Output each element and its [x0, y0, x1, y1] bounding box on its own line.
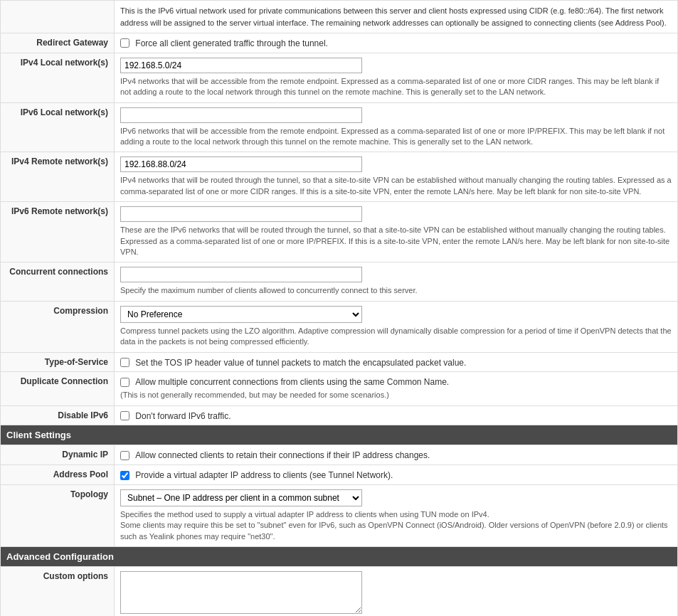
ipv6-remote-label: IPv6 Remote network(s) — [1, 202, 115, 262]
custom-options-label: Custom options — [1, 567, 115, 616]
ipv6-remote-desc: These are the IPv6 networks that will be… — [120, 225, 672, 257]
ipv4-local-input[interactable] — [120, 58, 362, 73]
ipv4-remote-label: IPv4 Remote network(s) — [1, 152, 115, 202]
concurrent-content: Specify the maximum number of clients al… — [115, 262, 678, 301]
disable-ipv6-checkbox-text: Don't forward IPv6 traffic. — [135, 410, 231, 420]
dynamic-ip-label: Dynamic IP — [1, 445, 115, 465]
compression-label: Compression — [1, 301, 115, 352]
dynamic-ip-checkbox-label[interactable]: Allow connected clients to retain their … — [120, 450, 430, 460]
top-description: This is the IPv6 virtual network used fo… — [115, 1, 678, 33]
duplicate-connection-content: Allow multiple concurrent connections fr… — [115, 372, 678, 405]
row-concurrent: Concurrent connections Specify the maxim… — [1, 262, 678, 301]
client-settings-header: Client Settings — [1, 425, 678, 445]
type-of-service-checkbox-text: Set the TOS IP header value of tunnel pa… — [135, 357, 466, 367]
duplicate-connection-label: Duplicate Connection — [1, 372, 115, 405]
concurrent-label: Concurrent connections — [1, 262, 115, 301]
dynamic-ip-checkbox-text: Allow connected clients to retain their … — [135, 450, 430, 460]
address-pool-checkbox-text: Provide a virtual adapter IP address to … — [135, 470, 393, 480]
row-disable-ipv6: Disable IPv6 Don't forward IPv6 traffic. — [1, 405, 678, 425]
address-pool-checkbox[interactable] — [120, 471, 129, 480]
row-compression: Compression No Preference Enabled with A… — [1, 301, 678, 352]
row-ipv4-local: IPv4 Local network(s) IPv4 networks that… — [1, 53, 678, 102]
disable-ipv6-checkbox-label[interactable]: Don't forward IPv6 traffic. — [120, 410, 231, 420]
duplicate-connection-checkbox[interactable] — [120, 378, 129, 387]
topology-desc: Specifies the method used to supply a vi… — [120, 509, 672, 542]
address-pool-label: Address Pool — [1, 465, 115, 485]
advanced-config-header: Advanced Configuration — [1, 547, 678, 567]
redirect-gateway-label: Redirect Gateway — [1, 33, 115, 53]
ipv6-local-input[interactable] — [120, 107, 362, 123]
row-custom-options: Custom options — [1, 567, 678, 616]
row-topology: Topology Subnet – One IP address per cli… — [1, 485, 678, 547]
ipv6-local-label: IPv6 Local network(s) — [1, 102, 115, 152]
row-ipv6-remote: IPv6 Remote network(s) These are the IPv… — [1, 202, 678, 262]
redirect-gateway-content: Force all client generated traffic throu… — [115, 33, 678, 53]
redirect-gateway-checkbox-text: Force all client generated traffic throu… — [135, 38, 328, 48]
top-description-row: This is the IPv6 virtual network used fo… — [1, 1, 678, 33]
topology-label: Topology — [1, 485, 115, 547]
row-ipv4-remote: IPv4 Remote network(s) IPv4 networks tha… — [1, 152, 678, 202]
row-dynamic-ip: Dynamic IP Allow connected clients to re… — [1, 445, 678, 465]
custom-options-content — [115, 567, 678, 616]
disable-ipv6-label: Disable IPv6 — [1, 405, 115, 425]
type-of-service-content: Set the TOS IP header value of tunnel pa… — [115, 352, 678, 372]
ipv4-remote-input[interactable] — [120, 156, 362, 172]
top-label-cell — [1, 1, 115, 33]
duplicate-connection-subtext: (This is not generally recommended, but … — [120, 390, 672, 400]
topology-content: Subnet – One IP address per client in a … — [115, 485, 678, 547]
row-address-pool: Address Pool Provide a virtual adapter I… — [1, 465, 678, 485]
settings-table: This is the IPv6 virtual network used fo… — [0, 0, 678, 616]
address-pool-content: Provide a virtual adapter IP address to … — [115, 465, 678, 485]
concurrent-input[interactable] — [120, 267, 362, 282]
redirect-gateway-checkbox[interactable] — [120, 38, 129, 48]
row-redirect-gateway: Redirect Gateway Force all client genera… — [1, 33, 678, 53]
ipv4-remote-content: IPv4 networks that will be routed throug… — [115, 152, 678, 202]
advanced-config-header-row: Advanced Configuration — [1, 547, 678, 567]
dynamic-ip-checkbox[interactable] — [120, 451, 129, 460]
ipv4-local-desc: IPv4 networks that will be accessible fr… — [120, 76, 672, 98]
type-of-service-checkbox[interactable] — [120, 358, 129, 367]
type-of-service-label: Type-of-Service — [1, 352, 115, 372]
client-settings-header-row: Client Settings — [1, 425, 678, 445]
type-of-service-checkbox-label[interactable]: Set the TOS IP header value of tunnel pa… — [120, 357, 466, 367]
row-duplicate-connection: Duplicate Connection Allow multiple conc… — [1, 372, 678, 405]
redirect-gateway-checkbox-label[interactable]: Force all client generated traffic throu… — [120, 38, 328, 48]
ipv4-local-label: IPv4 Local network(s) — [1, 53, 115, 102]
compression-select[interactable]: No Preference Enabled with Adaptive Comp… — [120, 306, 362, 323]
ipv6-local-content: IPv6 networks that will be accessible fr… — [115, 102, 678, 152]
ipv6-remote-content: These are the IPv6 networks that will be… — [115, 202, 678, 262]
disable-ipv6-checkbox[interactable] — [120, 411, 129, 420]
concurrent-desc: Specify the maximum number of clients al… — [120, 285, 672, 296]
topology-select[interactable]: Subnet – One IP address per client in a … — [120, 489, 362, 506]
dynamic-ip-content: Allow connected clients to retain their … — [115, 445, 678, 465]
row-ipv6-local: IPv6 Local network(s) IPv6 networks that… — [1, 102, 678, 152]
row-type-of-service: Type-of-Service Set the TOS IP header va… — [1, 352, 678, 372]
duplicate-connection-checkbox-text: Allow multiple concurrent connections fr… — [135, 377, 449, 387]
compression-desc: Compress tunnel packets using the LZO al… — [120, 326, 672, 348]
duplicate-connection-checkbox-label[interactable]: Allow multiple concurrent connections fr… — [120, 376, 449, 386]
custom-options-textarea[interactable] — [120, 571, 362, 614]
disable-ipv6-content: Don't forward IPv6 traffic. — [115, 405, 678, 425]
ipv4-local-content: IPv4 networks that will be accessible fr… — [115, 53, 678, 102]
address-pool-checkbox-label[interactable]: Provide a virtual adapter IP address to … — [120, 469, 393, 479]
compression-content: No Preference Enabled with Adaptive Comp… — [115, 301, 678, 352]
ipv6-remote-input[interactable] — [120, 206, 362, 222]
ipv6-local-desc: IPv6 networks that will be accessible fr… — [120, 126, 672, 148]
ipv4-remote-desc: IPv4 networks that will be routed throug… — [120, 175, 672, 197]
